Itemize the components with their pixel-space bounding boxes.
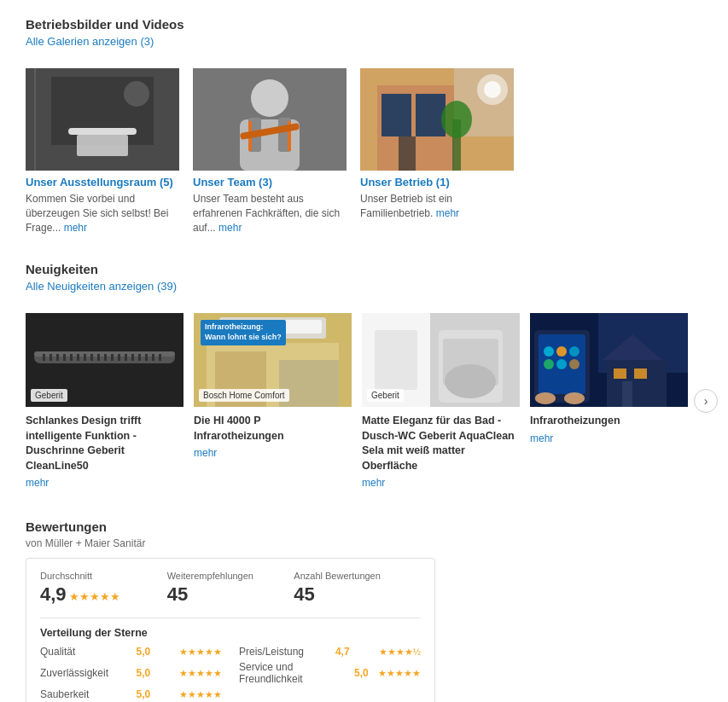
gallery-thumb-1 [193, 68, 347, 171]
vert-label-zuverlaessigkeit: Zuverlässigkeit [40, 667, 117, 679]
news-item-1: Bosch Home Comfort Infrarotheizung:Wann … [194, 313, 352, 489]
durchschnitt-label: Durchschnitt [40, 571, 159, 581]
svg-point-4 [124, 81, 149, 107]
anzahl-value: 45 [294, 583, 412, 606]
svg-rect-40 [118, 354, 120, 361]
vert-item-sauberkeit: Sauberkeit 5,0 ★★★★★ [40, 688, 222, 700]
gallery-item-1-title[interactable]: Unser Team (3) [193, 176, 347, 189]
news-item-2-more[interactable]: mehr [362, 477, 520, 489]
svg-point-72 [569, 346, 579, 357]
svg-point-74 [556, 359, 567, 369]
svg-rect-39 [111, 354, 114, 361]
svg-point-71 [556, 346, 567, 357]
news-thumb-2: Geberit [362, 313, 520, 407]
news-item-1-more[interactable]: mehr [194, 447, 352, 459]
durchschnitt-value-row: 4,9 ★★★★★ [40, 583, 159, 606]
gallery-item-2: Unser Betrieb (1) Unser Betrieb ist ein … [360, 68, 514, 235]
infrared-label: Infrarotheizung:Wann lohnt sie sich? [201, 320, 286, 345]
news-item-0-title: Schlankes Design trifft intelligente Fun… [26, 414, 183, 473]
neuigkeiten-title: Neuigkeiten [26, 262, 702, 276]
news-item-0: Geberit Schlankes Design trifft intellig… [26, 313, 183, 489]
svg-point-76 [535, 392, 556, 404]
svg-rect-35 [84, 354, 86, 361]
carousel-next-button[interactable]: › [694, 389, 718, 413]
svg-rect-5 [34, 68, 36, 171]
vert-label-preis: Preis/Leistung [239, 646, 316, 658]
svg-point-58 [445, 364, 496, 398]
svg-rect-45 [152, 354, 154, 361]
gallery-all-link[interactable]: Alle Galerien anzeigen (3) [26, 35, 154, 48]
betriebsbilder-section: Betriebsbilder und Videos Alle Galerien … [26, 17, 702, 235]
vert-label-qualitaet: Qualität [40, 646, 117, 658]
vert-value-preis: 4,7 [335, 646, 359, 658]
svg-rect-66 [634, 368, 647, 379]
vert-label-sauberkeit: Sauberkeit [40, 688, 117, 700]
svg-point-23 [441, 101, 472, 138]
news-thumb-3 [530, 313, 688, 407]
vert-item-qualitaet: Qualität 5,0 ★★★★★ [40, 646, 222, 658]
vert-label-service: Service und Freundlichkeit [239, 661, 354, 685]
gallery-grid: Unser Ausstellungsraum (5) Kommen Sie vo… [26, 68, 702, 235]
bew-col-empfehlungen: Weiterempfehlungen 45 [167, 571, 294, 606]
vert-stars-service: ★★★★★ [378, 668, 421, 679]
gallery-item-0-more[interactable]: mehr [64, 222, 87, 234]
svg-rect-3 [77, 135, 128, 156]
news-item-3-title: Infrarotheizungen [530, 414, 688, 429]
vert-stars-zuverlaessigkeit: ★★★★★ [179, 668, 222, 679]
betriebsbilder-title: Betriebsbilder und Videos [26, 17, 702, 32]
svg-rect-37 [97, 354, 100, 361]
news-item-2-title: Matte Eleganz für das Bad - Dusch-WC Geb… [362, 414, 520, 473]
gallery-item-0-desc: Kommen Sie vorbei und überzeugen Sie sic… [26, 192, 179, 235]
betrieb-svg [360, 68, 514, 171]
news-item-3-more[interactable]: mehr [530, 432, 688, 444]
gallery-item-0-title[interactable]: Unser Ausstellungsraum (5) [26, 176, 179, 189]
vert-value-service: 5,0 [354, 667, 378, 679]
svg-rect-19 [416, 94, 446, 136]
svg-rect-33 [70, 354, 73, 361]
neuigkeiten-section: Neuigkeiten Alle Neuigkeiten anzeigen (3… [26, 262, 702, 489]
verteilung-title: Verteilung der Sterne [40, 627, 421, 639]
bewertungen-box: Durchschnitt 4,9 ★★★★★ Weiterempfehlunge… [26, 558, 435, 702]
neuigkeiten-all-link[interactable]: Alle Neuigkeiten anzeigen (39) [26, 280, 177, 293]
svg-rect-60 [375, 330, 417, 390]
durchschnitt-stars: ★★★★★ [69, 590, 120, 603]
news-item-1-title: Die HI 4000 P Infrarotheizungen [194, 414, 352, 444]
svg-rect-43 [138, 354, 141, 361]
vert-item-preis: Preis/Leistung 4,7 ★★★★½ [239, 646, 421, 658]
vert-stars-preis: ★★★★½ [379, 647, 421, 658]
svg-rect-20 [399, 136, 416, 171]
gallery-item-2-more[interactable]: mehr [436, 207, 459, 219]
verteilung-grid: Qualität 5,0 ★★★★★ Preis/Leistung 4,7 ★★… [40, 646, 421, 700]
bathroom-svg [26, 68, 179, 171]
gallery-thumb-2 [360, 68, 514, 171]
bewertungen-title: Bewertungen [26, 519, 702, 534]
svg-rect-31 [56, 354, 59, 361]
svg-rect-30 [50, 354, 52, 361]
empfehlungen-value: 45 [167, 583, 286, 606]
bewertungen-section: Bewertungen von Müller + Maier Sanitär D… [26, 519, 702, 702]
news-thumb-1: Bosch Home Comfort Infrarotheizung:Wann … [194, 313, 352, 407]
svg-point-73 [544, 359, 554, 369]
svg-point-77 [564, 392, 585, 404]
svg-rect-65 [614, 368, 626, 379]
news-item-0-more[interactable]: mehr [26, 477, 183, 489]
svg-rect-63 [607, 360, 667, 407]
gallery-item-1-more[interactable]: mehr [218, 222, 242, 234]
news-item-2: Geberit Matte Eleganz für das Bad - Dusc… [362, 313, 520, 489]
smarthome-svg [530, 313, 688, 407]
gallery-item-2-desc: Unser Betrieb ist ein Familienbetrieb. m… [360, 192, 514, 221]
svg-rect-2 [68, 128, 137, 135]
gallery-item-2-title[interactable]: Unser Betrieb (1) [360, 176, 514, 189]
vert-stars-qualitaet: ★★★★★ [179, 647, 222, 658]
svg-rect-18 [381, 94, 411, 136]
vert-value-sauberkeit: 5,0 [137, 688, 160, 700]
vert-value-qualitaet: 5,0 [137, 646, 160, 658]
news-item-3: Infrarotheizungen mehr [530, 313, 688, 489]
svg-point-75 [569, 359, 579, 369]
svg-point-70 [544, 346, 554, 357]
gallery-item-0: Unser Ausstellungsraum (5) Kommen Sie vo… [26, 68, 179, 235]
vert-item-service: Service und Freundlichkeit 5,0 ★★★★★ [239, 661, 421, 685]
news-grid: Geberit Schlankes Design trifft intellig… [26, 313, 702, 489]
svg-rect-41 [125, 354, 127, 361]
news-thumb-0: Geberit [26, 313, 183, 407]
